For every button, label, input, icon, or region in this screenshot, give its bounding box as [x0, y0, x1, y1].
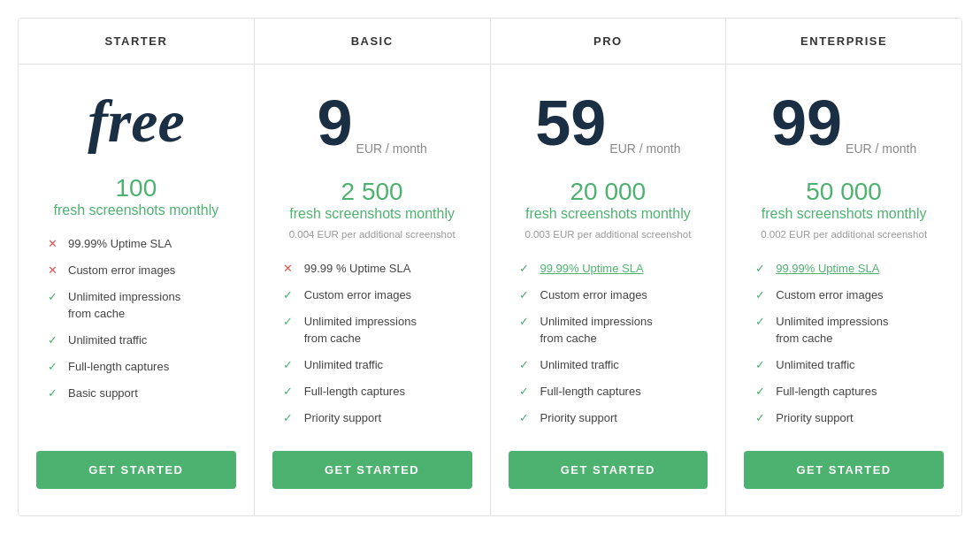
feature-text: Unlimited impressionsfrom cache [540, 314, 653, 346]
plan-screenshots-enterprise: 50 000fresh screenshots monthly [744, 164, 945, 225]
check-icon: ✓ [753, 315, 767, 329]
check-icon: ✓ [517, 262, 532, 276]
check-icon: ✓ [753, 358, 767, 372]
plan-screenshots-label-starter: fresh screenshots monthly [54, 202, 219, 218]
plan-header-pro: PRO [491, 19, 726, 65]
check-icon: ✓ [45, 333, 59, 347]
check-icon: ✓ [753, 288, 767, 302]
plan-header-basic: BASIC [255, 19, 490, 65]
plan-screenshots-label-basic: fresh screenshots monthly [289, 206, 455, 222]
plan-screenshots-count-starter: 100 [54, 174, 219, 202]
check-icon: ✓ [753, 385, 767, 399]
feature-text: Full-length captures [304, 384, 405, 400]
plan-screenshots-count-pro: 20 000 [525, 178, 691, 206]
plan-screenshots-count-enterprise: 50 000 [762, 178, 927, 206]
plan-price-free-starter: free [36, 91, 236, 151]
feature-item: ✓Unlimited traffic [45, 332, 227, 348]
check-icon: ✓ [517, 411, 532, 425]
cta-button-starter[interactable]: GET STARTED [36, 451, 236, 489]
cta-button-basic[interactable]: GET STARTED [272, 451, 472, 489]
plan-price-number-pro: 59 [535, 91, 606, 155]
feature-item: ✓Unlimited impressionsfrom cache [45, 289, 227, 321]
feature-item: ✓Unlimited impressionsfrom cache [753, 314, 935, 346]
feature-text: Priority support [304, 410, 381, 426]
plan-features-list-pro: ✓99.99% Uptime SLA✓Custom error images✓U… [491, 247, 726, 451]
plan-price-section-basic: 9EUR / month [255, 65, 490, 164]
feature-item: ✓Unlimited impressionsfrom cache [281, 314, 463, 346]
plan-additional-note-basic: 0.004 EUR per additional screenshot [272, 225, 473, 247]
check-icon: ✓ [281, 288, 295, 302]
check-icon: ✓ [45, 360, 59, 374]
feature-text: 99.99% Uptime SLA [540, 261, 644, 277]
plan-features-list-starter: ✕99.99% Uptime SLA✕Custom error images✓U… [19, 222, 254, 451]
check-icon: ✓ [517, 315, 532, 329]
feature-text: 99.99 % Uptime SLA [304, 261, 411, 277]
check-icon: ✓ [281, 411, 295, 425]
check-icon: ✓ [281, 385, 295, 399]
check-icon: ✓ [517, 288, 532, 302]
check-icon: ✓ [45, 386, 59, 400]
feature-text: Priority support [776, 410, 853, 426]
feature-text: Custom error images [540, 287, 647, 303]
feature-text: Custom error images [68, 263, 175, 278]
plan-card-starter: STARTERfree100fresh screenshots monthly✕… [19, 19, 255, 515]
feature-item: ✓99.99% Uptime SLA [517, 261, 700, 277]
plan-screenshots-count-basic: 2 500 [289, 178, 455, 206]
feature-text: Full-length captures [540, 384, 641, 400]
plan-screenshots-basic: 2 500fresh screenshots monthly [272, 164, 472, 225]
feature-text: Custom error images [304, 287, 411, 303]
feature-item: ✓Unlimited traffic [517, 357, 700, 373]
plan-screenshots-pro: 20 000fresh screenshots monthly [508, 164, 708, 225]
check-icon: ✓ [753, 262, 767, 276]
feature-item: ✓Unlimited traffic [753, 357, 935, 373]
plan-price-number-enterprise: 99 [771, 91, 842, 155]
plan-additional-note-enterprise: 0.002 EUR per additional screenshot [743, 225, 945, 247]
check-icon: ✓ [517, 385, 532, 399]
feature-item: ✓Unlimited impressionsfrom cache [517, 314, 700, 346]
pricing-table: STARTERfree100fresh screenshots monthly✕… [18, 18, 962, 516]
cta-button-pro[interactable]: GET STARTED [509, 451, 708, 489]
feature-text: Unlimited traffic [776, 357, 854, 373]
feature-item: ✓Full-length captures [517, 384, 700, 400]
plan-features-list-basic: ✕99.99 % Uptime SLA✓Custom error images✓… [255, 247, 490, 451]
plan-screenshots-label-enterprise: fresh screenshots monthly [762, 206, 927, 222]
plan-price-unit-enterprise: EUR / month [846, 142, 916, 155]
plan-price-section-starter: free [19, 65, 254, 160]
feature-text: Unlimited traffic [68, 332, 147, 348]
feature-item: ✓Unlimited traffic [281, 357, 463, 373]
plan-price-row-pro: 59EUR / month [509, 91, 708, 155]
feature-text: Unlimited impressionsfrom cache [776, 314, 888, 346]
feature-text: 99.99% Uptime SLA [68, 236, 172, 252]
check-icon: ✓ [45, 290, 59, 304]
plan-additional-note-pro: 0.003 EUR per additional screenshot [507, 225, 708, 247]
cross-icon: ✕ [45, 263, 59, 278]
check-icon: ✓ [753, 411, 767, 425]
feature-item: ✓99.99% Uptime SLA [753, 261, 935, 277]
cross-icon: ✕ [45, 237, 59, 251]
plan-price-section-enterprise: 99EUR / month [726, 65, 961, 164]
plan-price-row-basic: 9EUR / month [272, 91, 472, 155]
feature-text: Unlimited impressionsfrom cache [304, 314, 417, 346]
feature-item: ✕99.99% Uptime SLA [45, 236, 227, 252]
feature-item: ✓Custom error images [281, 287, 463, 303]
feature-item: ✓Basic support [45, 385, 227, 401]
plan-card-basic: BASIC9EUR / month2 500fresh screenshots … [255, 19, 491, 515]
feature-item: ✓Full-length captures [753, 384, 935, 400]
plan-screenshots-starter: 100fresh screenshots monthly [36, 160, 237, 222]
plan-features-list-enterprise: ✓99.99% Uptime SLA✓Custom error images✓U… [726, 247, 961, 451]
feature-text: Basic support [68, 385, 138, 401]
check-icon: ✓ [281, 358, 295, 372]
cta-button-enterprise[interactable]: GET STARTED [744, 451, 944, 489]
feature-item: ✓Full-length captures [45, 359, 227, 375]
feature-item: ✓Custom error images [753, 287, 935, 303]
plan-card-pro: PRO59EUR / month20 000fresh screenshots … [491, 19, 727, 515]
feature-item: ✓Priority support [753, 410, 935, 426]
plan-price-number-basic: 9 [318, 91, 353, 155]
check-icon: ✓ [281, 315, 295, 329]
feature-item: ✓Priority support [517, 410, 700, 426]
plan-price-row-enterprise: 99EUR / month [744, 91, 944, 155]
feature-text: Priority support [540, 410, 617, 426]
cross-icon: ✕ [281, 262, 295, 276]
plan-price-unit-basic: EUR / month [356, 142, 427, 155]
plan-price-section-pro: 59EUR / month [491, 65, 726, 164]
